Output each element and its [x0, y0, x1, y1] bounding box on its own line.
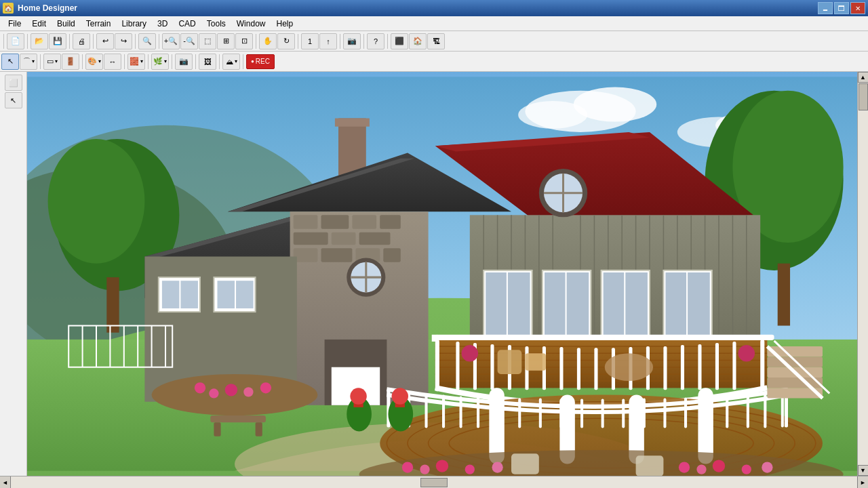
- svg-rect-103: [577, 348, 580, 390]
- svg-rect-75: [486, 272, 507, 338]
- toolbar2-btn-dimension[interactable]: ↔: [104, 54, 121, 70]
- svg-rect-44: [180, 281, 198, 308]
- svg-rect-32: [321, 248, 353, 262]
- svg-point-158: [195, 382, 205, 393]
- toolbar1-sep-3: [93, 34, 94, 49]
- svg-rect-126: [442, 395, 445, 428]
- house-render: [27, 72, 857, 476]
- scroll-down-button[interactable]: ▼: [858, 465, 869, 476]
- svg-rect-128: [477, 397, 479, 428]
- scroll-thumb-horizontal[interactable]: [420, 478, 448, 487]
- scroll-thumb-vertical[interactable]: [859, 83, 868, 110]
- svg-point-160: [225, 384, 237, 396]
- toolbar1-btn-new[interactable]: 📄: [7, 33, 24, 49]
- toolbar1-btn-print[interactable]: 🖨: [73, 33, 90, 49]
- svg-rect-84: [665, 272, 686, 338]
- svg-rect-29: [332, 232, 356, 245]
- scroll-up-button[interactable]: ▲: [858, 72, 869, 83]
- svg-point-172: [742, 465, 751, 474]
- left-tool-2[interactable]: ↖: [5, 92, 22, 108]
- svg-point-164: [402, 462, 413, 472]
- maximize-button[interactable]: 🗖: [834, 2, 849, 14]
- svg-point-3: [518, 101, 587, 129]
- svg-rect-125: [425, 393, 428, 428]
- svg-point-12: [48, 139, 145, 264]
- menu-item-cad[interactable]: CAD: [173, 16, 201, 30]
- scroll-track-vertical[interactable]: [858, 83, 869, 465]
- svg-rect-31: [294, 248, 318, 262]
- menu-item-library[interactable]: Library: [116, 16, 152, 30]
- minimize-button[interactable]: 🗕: [818, 2, 833, 14]
- toolbar1-btn-num1[interactable]: 1: [301, 33, 319, 49]
- menu-item-3d[interactable]: 3D: [152, 16, 173, 30]
- toolbar2-sep-2: [82, 54, 83, 69]
- svg-rect-94: [435, 335, 774, 340]
- menu-item-file[interactable]: File: [3, 16, 26, 30]
- bottom-scrollbar: ◄ ►: [0, 476, 868, 488]
- svg-rect-76: [508, 272, 530, 338]
- scroll-left-button[interactable]: ◄: [0, 476, 11, 489]
- toolbar1-btn-zoom-in[interactable]: +🔍: [162, 33, 180, 49]
- toolbar1-btn-up-arrow[interactable]: ↑: [319, 33, 337, 49]
- menu-item-window[interactable]: Window: [231, 16, 271, 30]
- toolbar2-btn-select[interactable]: ↖: [1, 54, 19, 70]
- toolbar2-btn-terrain[interactable]: ⛰▾: [222, 54, 240, 70]
- menu-item-build[interactable]: Build: [52, 16, 81, 30]
- toolbar1-btn-redo[interactable]: ↪: [115, 33, 132, 49]
- menu-item-terrain[interactable]: Terrain: [81, 16, 117, 30]
- toolbar1-btn-save[interactable]: 💾: [49, 33, 66, 49]
- record-button[interactable]: ●REC: [246, 54, 275, 69]
- toolbar1-btn-camera[interactable]: 📷: [343, 33, 361, 49]
- toolbar1-btn-zoom-all[interactable]: ⊡: [235, 33, 253, 49]
- toolbar1-btn-search[interactable]: 🔍: [138, 33, 156, 49]
- svg-rect-30: [359, 232, 391, 245]
- svg-point-187: [392, 388, 408, 404]
- right-scrollbar: ▲ ▼: [857, 72, 868, 476]
- scroll-right-button[interactable]: ►: [857, 476, 868, 489]
- toolbar1-btn-help[interactable]: ?: [367, 33, 384, 49]
- toolbar1-sep-8: [340, 34, 340, 49]
- canvas-area[interactable]: [27, 72, 857, 476]
- scroll-track-horizontal[interactable]: [11, 476, 857, 489]
- toolbar2-btn-plants[interactable]: 🌿▾: [151, 54, 169, 70]
- svg-point-168: [492, 462, 502, 472]
- svg-rect-96: [456, 342, 459, 390]
- close-button[interactable]: ✕: [850, 2, 865, 14]
- toolbar2-btn-door-tool[interactable]: 🚪: [62, 54, 79, 70]
- toolbar1-btn-view1[interactable]: ⬛: [391, 33, 408, 49]
- toolbar1-btn-undo[interactable]: ↩: [96, 33, 114, 49]
- toolbar1-btn-zoom-box[interactable]: ⬚: [199, 33, 216, 49]
- app-title: Home Designer: [18, 3, 77, 13]
- svg-rect-131: [539, 399, 542, 428]
- toolbar2-btn-materials[interactable]: 🧱▾: [127, 54, 145, 70]
- toolbar1-sep-2: [69, 34, 70, 49]
- app-icon: 🏠: [3, 3, 14, 14]
- left-tool-1[interactable]: ⬜: [5, 75, 22, 91]
- toolbar1-btn-zoom-out[interactable]: -🔍: [180, 33, 198, 49]
- svg-rect-104: [594, 348, 597, 390]
- menu-item-help[interactable]: Help: [271, 16, 298, 30]
- toolbar1-btn-open[interactable]: 📂: [31, 33, 48, 49]
- menu-item-edit[interactable]: Edit: [26, 16, 52, 30]
- toolbar1-btn-pan[interactable]: ✋: [259, 33, 277, 49]
- svg-rect-188: [210, 415, 266, 422]
- toolbar1-btn-zoom-fit[interactable]: ⊞: [217, 33, 235, 49]
- toolbar1-btn-view3[interactable]: 🏗: [427, 33, 445, 49]
- toolbar2-btn-wall-tool[interactable]: ▭▾: [43, 54, 61, 70]
- toolbar2-btn-edit-shape[interactable]: ⌒▾: [20, 54, 37, 70]
- title-bar-left: 🏠 Home Designer: [3, 3, 77, 14]
- toolbar1-btn-view2[interactable]: 🏠: [409, 33, 427, 49]
- toolbar2-btn-camera2[interactable]: 📷: [175, 54, 193, 70]
- svg-rect-108: [663, 346, 667, 390]
- svg-rect-98: [490, 344, 494, 390]
- toolbar2-btn-render[interactable]: 🖼: [199, 54, 216, 70]
- svg-point-162: [260, 382, 271, 393]
- svg-rect-192: [636, 455, 664, 476]
- toolbar2-btn-paint[interactable]: 🎨▾: [85, 54, 103, 70]
- toolbar1-separator: [3, 34, 4, 49]
- toolbar2-sep-5: [172, 54, 172, 69]
- menu-item-tools[interactable]: Tools: [201, 16, 231, 30]
- svg-rect-135: [622, 399, 625, 428]
- toolbar1-btn-orbit[interactable]: ↻: [277, 33, 295, 49]
- svg-rect-133: [580, 399, 583, 428]
